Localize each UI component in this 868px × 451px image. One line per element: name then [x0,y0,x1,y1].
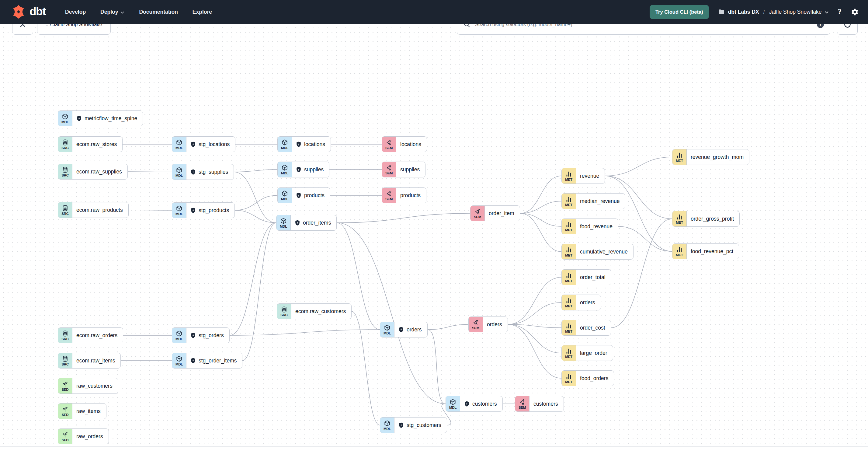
graph-node-mdl_stg_locations[interactable]: MDL stg_locations [172,136,236,152]
graph-node-met_orders[interactable]: MET orders [561,295,601,310]
navbar-right: Try Cloud CLI (beta) dbt Labs DX / Jaffl… [650,5,859,19]
project-name[interactable]: Jaffle Shop Snowflake [769,9,829,15]
node-type-label: SEM [472,326,479,330]
graph-node-sed_raw_items[interactable]: SED raw_items [58,403,106,419]
graph-node-met_revenue_growth_mom[interactable]: MET revenue_growth_mom [672,149,749,165]
seedling-icon [62,406,68,413]
node-label: raw_orders [76,433,103,440]
lineage-canvas[interactable]: MDL metricflow_time_spine SRC ecom.raw_s… [0,24,868,447]
graph-node-src_raw_supplies[interactable]: SRC ecom.raw_supplies [58,164,128,180]
node-label: ecom.raw_orders [76,332,117,339]
try-cloud-cli-button[interactable]: Try Cloud CLI (beta) [650,5,709,19]
contract-shield-icon [464,401,470,407]
graph-node-met_cumulative_revenue[interactable]: MET cumulative_revenue [561,244,633,260]
semantic-graph-icon [385,139,392,146]
graph-node-met_order_total[interactable]: MET order_total [561,269,611,285]
nav-item-deploy[interactable]: Deploy [100,9,124,15]
lineage-edges [0,24,868,447]
graph-node-mdl_order_items[interactable]: MDL order_items [276,215,337,231]
graph-node-sem_locations[interactable]: SEM locations [382,136,427,152]
dbt-wordmark: dbt [30,6,45,18]
graph-node-mdl_stg_orders[interactable]: MDL stg_orders [172,327,229,343]
graph-node-mdl_metricflow_time_spine[interactable]: MDL metricflow_time_spine [58,111,143,126]
semantic-graph-icon [519,399,526,405]
graph-node-sem_products[interactable]: SEM products [382,187,426,203]
graph-node-sem_order_item[interactable]: SEM order_item [470,205,520,221]
node-type-label: SRC [280,313,287,317]
bar-chart-icon [676,246,683,253]
graph-node-mdl_orders[interactable]: MDL orders [380,322,428,337]
graph-node-sem_customers[interactable]: SEM customers [515,396,564,412]
graph-node-met_revenue[interactable]: MET revenue [561,168,605,184]
graph-node-mdl_customers[interactable]: MDL customers [445,396,503,412]
graph-node-src_raw_stores[interactable]: SRC ecom.raw_stores [58,136,123,152]
graph-node-mdl_products[interactable]: MDL products [277,187,330,203]
node-label: stg_locations [198,141,229,148]
node-label: order_cost [580,325,605,331]
node-label: stg_supplies [198,169,228,175]
graph-node-met_large_order[interactable]: MET large_order [561,345,613,361]
graph-node-met_order_cost[interactable]: MET order_cost [561,320,611,336]
graph-node-mdl_stg_supplies[interactable]: MDL stg_supplies [172,164,234,180]
edge-sem_order_item-to-met_food_revenue [520,213,561,227]
dbt-brand[interactable]: dbt [11,5,45,19]
graph-node-src_raw_orders[interactable]: SRC ecom.raw_orders [58,327,123,343]
contract-shield-icon [296,192,301,199]
semantic-graph-icon [385,190,392,197]
project-switcher[interactable]: dbt Labs DX / Jaffle Shop Snowflake [718,8,829,15]
node-label: ecom.raw_items [76,358,115,364]
node-type-label: MET [676,253,683,257]
node-label: orders [487,321,502,328]
contract-shield-icon [398,422,404,428]
graph-node-met_food_orders[interactable]: MET food_orders [561,370,614,386]
graph-node-mdl_supplies[interactable]: MDL supplies [277,161,330,177]
node-type-label: SED [62,387,69,392]
node-label: customers [533,401,558,407]
graph-node-sed_raw_customers[interactable]: SED raw_customers [58,378,118,394]
node-type-label: SED [62,413,69,417]
help-button[interactable]: ? [838,8,842,16]
seedling-icon [62,431,68,438]
node-type-label: MDL [176,146,183,150]
graph-node-mdl_stg_customers[interactable]: MDL stg_customers [380,417,447,433]
node-label: order_items [303,220,331,226]
node-type-label: MET [565,304,572,308]
graph-node-met_median_revenue[interactable]: MET median_revenue [561,193,625,209]
node-type-label: MET [676,220,683,224]
bar-chart-icon [676,214,683,220]
bar-chart-icon [565,297,572,304]
edge-sem_order_item-to-met_revenue [520,176,561,213]
database-icon [62,330,68,337]
settings-gear-button[interactable] [851,8,859,16]
nav-item-documentation[interactable]: Documentation [139,9,178,15]
graph-node-sem_supplies[interactable]: SEM supplies [382,161,426,177]
edge-sem_orders-to-met_orders [508,302,561,324]
graph-node-src_raw_products[interactable]: SRC ecom.raw_products [58,202,129,218]
graph-node-src_raw_customers[interactable]: SRC ecom.raw_customers [277,303,351,319]
node-type-label: MET [565,253,572,258]
cube-icon [281,139,288,146]
node-type-label: SEM [385,146,393,150]
graph-node-sed_raw_orders[interactable]: SED raw_orders [58,428,109,444]
chevron-down-icon [120,11,124,14]
node-label: locations [400,141,421,148]
contract-shield-icon [398,327,404,333]
account-project-separator: / [763,9,766,15]
node-type-label: MDL [383,331,391,335]
graph-node-met_food_revenue[interactable]: MET food_revenue [561,218,618,234]
graph-node-met_order_gross_profit[interactable]: MET order_gross_profit [672,211,740,227]
node-label: supplies [304,167,323,173]
graph-node-mdl_stg_order_items[interactable]: MDL stg_order_items [172,353,242,368]
graph-node-mdl_stg_products[interactable]: MDL stg_products [172,202,235,218]
graph-node-src_raw_items[interactable]: SRC ecom.raw_items [58,353,121,368]
node-label: food_orders [580,375,608,382]
graph-node-mdl_locations[interactable]: MDL locations [277,136,331,152]
nav-item-explore[interactable]: Explore [192,9,212,15]
semantic-graph-icon [385,164,392,171]
node-type-label: SRC [61,211,68,216]
graph-node-sem_orders[interactable]: SEM orders [468,317,508,332]
graph-node-met_food_revenue_pct[interactable]: MET food_revenue_pct [672,243,739,259]
edge-mdl_order_items-to-sem_order_item [337,213,470,223]
nav-item-develop[interactable]: Develop [65,9,86,15]
cube-icon [176,356,183,362]
